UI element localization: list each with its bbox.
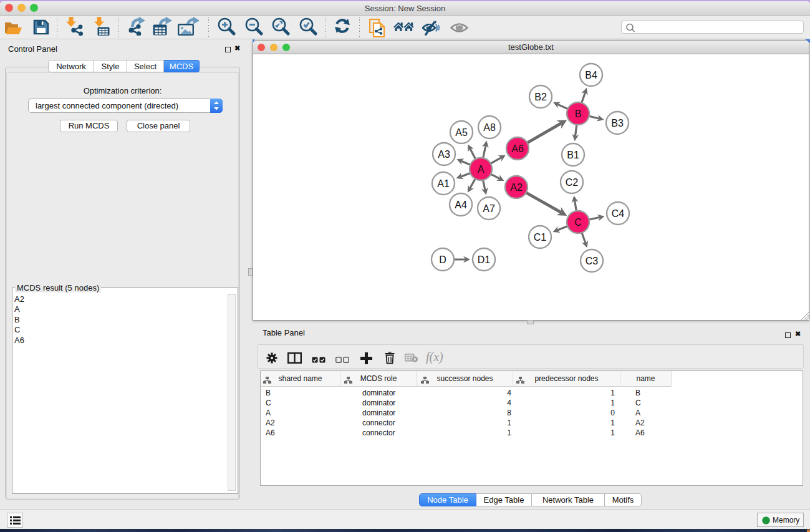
svg-text:C: C [574,217,582,228]
svg-text:D1: D1 [478,254,491,265]
svg-text:A: A [478,164,485,175]
svg-text:A1: A1 [437,178,450,189]
svg-text:A8: A8 [483,122,496,133]
svg-text:A3: A3 [438,149,450,160]
svg-text:C3: C3 [586,256,599,266]
svg-text:A4: A4 [455,200,467,210]
svg-text:A6: A6 [511,143,524,154]
svg-text:C1: C1 [534,232,547,243]
svg-text:D: D [439,254,446,265]
svg-text:C2: C2 [566,177,579,188]
svg-text:A5: A5 [455,127,468,138]
svg-text:A2: A2 [510,182,523,193]
svg-text:B2: B2 [534,92,547,102]
svg-text:C4: C4 [612,208,625,219]
svg-text:B: B [575,109,582,119]
svg-text:B3: B3 [611,118,624,128]
svg-text:B1: B1 [567,150,579,160]
svg-text:A7: A7 [483,203,495,214]
svg-text:B4: B4 [585,70,597,80]
